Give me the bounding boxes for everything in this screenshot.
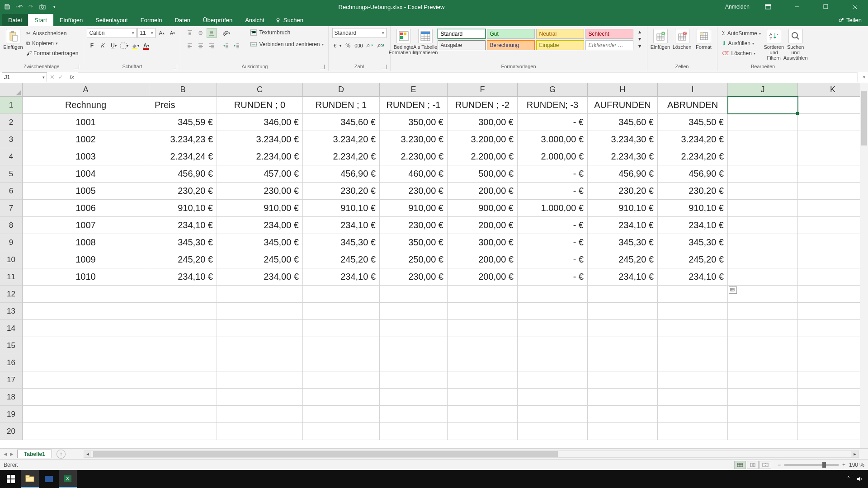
grid-cell[interactable]: 460,00 €: [380, 165, 448, 183]
grid-cell[interactable]: [217, 389, 303, 406]
orientation-button[interactable]: ab▾: [221, 28, 231, 38]
zoom-in-button[interactable]: +: [842, 462, 845, 468]
grid-cell[interactable]: 230,20 €: [303, 183, 380, 200]
grid-cell[interactable]: 500,00 €: [448, 165, 518, 183]
dialog-launcher-icon[interactable]: [173, 65, 177, 69]
grid-cell[interactable]: [658, 320, 728, 337]
hscroll-right[interactable]: ►: [851, 451, 859, 457]
accounting-format-button[interactable]: €▾: [332, 41, 342, 51]
grid-cell[interactable]: 234,10 €: [303, 268, 380, 286]
grid-cell[interactable]: [588, 389, 658, 406]
grid-cell[interactable]: [303, 320, 380, 337]
row-header[interactable]: 1: [0, 97, 23, 114]
grid-cell[interactable]: [728, 183, 798, 200]
grid-cell[interactable]: [728, 131, 798, 148]
grid-cell[interactable]: 3.234,23 €: [149, 131, 217, 148]
row-header[interactable]: 7: [0, 200, 23, 217]
row-header[interactable]: 20: [0, 423, 23, 440]
close-button[interactable]: [844, 0, 865, 14]
grid-cell[interactable]: [798, 131, 868, 148]
grid-cell[interactable]: 456,90 €: [658, 165, 728, 183]
grid-cell[interactable]: 345,30 €: [303, 234, 380, 251]
clear-button[interactable]: ⌫Löschen▾: [721, 49, 762, 58]
grid-cell[interactable]: 1001: [23, 114, 149, 131]
grid-cell[interactable]: [149, 320, 217, 337]
grid-cell[interactable]: 910,10 €: [588, 200, 658, 217]
align-center-button[interactable]: [196, 41, 206, 51]
grid-cell[interactable]: [658, 354, 728, 371]
cell-style-option[interactable]: Berechnung: [487, 40, 535, 50]
grid-cell[interactable]: 3.234,20 €: [303, 131, 380, 148]
row-header[interactable]: 5: [0, 165, 23, 183]
cut-button[interactable]: ✂Ausschneiden: [25, 29, 79, 38]
horizontal-scrollbar[interactable]: ◄ ►: [84, 450, 859, 458]
grid-cell[interactable]: RUNDEN ; 0: [217, 97, 303, 114]
tell-me-search[interactable]: Suchen: [271, 14, 308, 26]
border-button[interactable]: ▾: [119, 41, 129, 51]
grid-cell[interactable]: [217, 423, 303, 440]
row-header[interactable]: 4: [0, 148, 23, 165]
shrink-font-button[interactable]: A▾: [167, 28, 177, 38]
vertical-scrollbar[interactable]: [860, 83, 868, 448]
grid-cell[interactable]: [518, 371, 588, 389]
grid-cell[interactable]: [23, 337, 149, 354]
column-header[interactable]: E: [380, 83, 448, 97]
format-cells-button[interactable]: Format: [694, 28, 713, 50]
grid-cell[interactable]: 350,00 €: [380, 114, 448, 131]
grid-cell[interactable]: [380, 389, 448, 406]
delete-cells-button[interactable]: Löschen: [673, 28, 692, 50]
grid-cell[interactable]: 245,20 €: [303, 251, 380, 268]
grid-cell[interactable]: [149, 286, 217, 303]
maximize-button[interactable]: [816, 0, 836, 14]
grid-cell[interactable]: [518, 423, 588, 440]
grid-cell[interactable]: Rechnung: [23, 97, 149, 114]
grid-cell[interactable]: 910,00 €: [217, 200, 303, 217]
grid-cell[interactable]: [448, 354, 518, 371]
tab-formeln[interactable]: Formeln: [134, 14, 169, 26]
row-header[interactable]: 19: [0, 406, 23, 423]
grid-cell[interactable]: 230,20 €: [588, 183, 658, 200]
bold-button[interactable]: F: [87, 41, 97, 51]
grid-cell[interactable]: [798, 217, 868, 234]
grid-cell[interactable]: 910,00 €: [380, 200, 448, 217]
grid-cell[interactable]: 345,60 €: [303, 114, 380, 131]
share-button[interactable]: Teilen: [832, 14, 868, 26]
row-header[interactable]: 14: [0, 320, 23, 337]
grid-cell[interactable]: [217, 303, 303, 320]
grid-cell[interactable]: [798, 406, 868, 423]
taskbar-app[interactable]: [40, 470, 58, 488]
grid-cell[interactable]: [217, 371, 303, 389]
grid-cell[interactable]: - €: [518, 165, 588, 183]
new-sheet-button[interactable]: +: [57, 450, 66, 459]
grid-cell[interactable]: [303, 337, 380, 354]
grid-cell[interactable]: 245,20 €: [149, 251, 217, 268]
decrease-indent-button[interactable]: [221, 41, 231, 51]
comma-format-button[interactable]: 000: [354, 41, 364, 51]
grid-cell[interactable]: 2.234,24 €: [149, 148, 217, 165]
grid-cell[interactable]: 456,90 €: [588, 165, 658, 183]
grid-cell[interactable]: 230,20 €: [149, 183, 217, 200]
grid-cell[interactable]: [588, 371, 658, 389]
grid-cell[interactable]: [588, 423, 658, 440]
grid-cell[interactable]: 2.200,00 €: [448, 148, 518, 165]
tray-volume-icon[interactable]: [856, 476, 863, 482]
grid-cell[interactable]: AUFRUNDEN: [588, 97, 658, 114]
align-left-button[interactable]: [185, 41, 195, 51]
start-button[interactable]: [2, 470, 20, 488]
grid-cell[interactable]: [658, 406, 728, 423]
grid-cell[interactable]: [798, 200, 868, 217]
fill-button[interactable]: ⬇Ausfüllen▾: [721, 39, 762, 48]
dialog-launcher-icon[interactable]: [320, 65, 325, 69]
grid-cell[interactable]: [728, 406, 798, 423]
grid-cell[interactable]: [149, 303, 217, 320]
grid-cell[interactable]: 200,00 €: [448, 217, 518, 234]
grid-cell[interactable]: [217, 354, 303, 371]
grid-cell[interactable]: [798, 97, 868, 114]
grid-cell[interactable]: [728, 354, 798, 371]
grid-cell[interactable]: RUNDEN ; -1: [380, 97, 448, 114]
grid-cell[interactable]: 345,59 €: [149, 114, 217, 131]
grid-cell[interactable]: [728, 97, 798, 114]
grid-cell[interactable]: 230,00 €: [380, 268, 448, 286]
copy-button[interactable]: ⧉Kopieren▾: [25, 39, 79, 48]
cell-style-option[interactable]: Ausgabe: [438, 40, 486, 50]
